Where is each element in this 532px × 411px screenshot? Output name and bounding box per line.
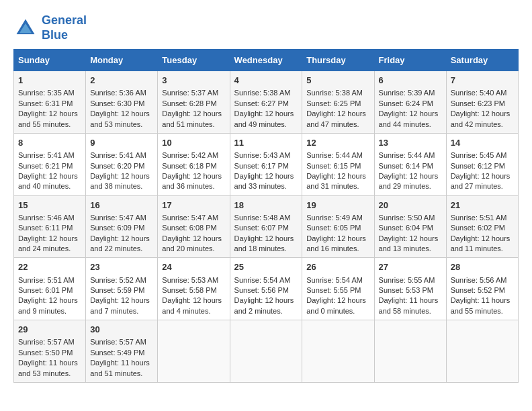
sunrise-text: Sunrise: 5:35 AM	[18, 89, 75, 97]
calendar-cell: 11Sunrise: 5:43 AMSunset: 6:17 PMDayligh…	[230, 133, 302, 195]
day-number: 22	[18, 261, 81, 273]
day-number: 12	[306, 137, 369, 149]
sunset-text: Sunset: 6:09 PM	[90, 224, 144, 232]
calendar-cell: 17Sunrise: 5:47 AMSunset: 6:08 PMDayligh…	[158, 195, 230, 258]
calendar-cell: 15Sunrise: 5:46 AMSunset: 6:11 PMDayligh…	[14, 195, 86, 258]
sunrise-text: Sunrise: 5:46 AM	[18, 214, 75, 222]
day-number: 5	[306, 75, 369, 87]
sunset-text: Sunset: 6:27 PM	[234, 99, 289, 107]
day-number: 15	[18, 199, 81, 212]
sunrise-text: Sunrise: 5:39 AM	[379, 89, 435, 97]
calendar-cell: 12Sunrise: 5:44 AMSunset: 6:15 PMDayligh…	[302, 133, 374, 195]
sunrise-text: Sunrise: 5:57 AM	[18, 338, 75, 346]
sunrise-text: Sunrise: 5:53 AM	[162, 276, 218, 284]
sunrise-text: Sunrise: 5:49 AM	[306, 214, 363, 222]
day-number: 7	[451, 75, 514, 87]
calendar-cell: 10Sunrise: 5:42 AMSunset: 6:18 PMDayligh…	[158, 133, 230, 195]
sunrise-text: Sunrise: 5:37 AM	[162, 89, 218, 97]
daylight-text: Daylight: 12 hours and 16 minutes.	[306, 234, 366, 253]
daylight-text: Daylight: 12 hours and 22 minutes.	[90, 234, 150, 253]
sunset-text: Sunset: 5:53 PM	[379, 286, 433, 294]
sunrise-text: Sunrise: 5:36 AM	[90, 89, 146, 97]
calendar-cell: 8Sunrise: 5:41 AMSunset: 6:21 PMDaylight…	[14, 133, 86, 195]
calendar-cell: 29Sunrise: 5:57 AMSunset: 5:50 PMDayligh…	[14, 320, 86, 383]
sunset-text: Sunset: 6:18 PM	[162, 162, 216, 170]
sunset-text: Sunset: 5:58 PM	[162, 286, 216, 294]
sunrise-text: Sunrise: 5:50 AM	[379, 214, 435, 222]
sunrise-text: Sunrise: 5:51 AM	[18, 276, 75, 284]
page-header: General Blue	[13, 13, 519, 42]
sunset-text: Sunset: 6:15 PM	[306, 162, 361, 170]
day-number: 23	[90, 261, 153, 273]
day-number: 11	[234, 137, 298, 149]
sunrise-text: Sunrise: 5:54 AM	[306, 276, 363, 284]
calendar-cell: 24Sunrise: 5:53 AMSunset: 5:58 PMDayligh…	[158, 258, 230, 320]
daylight-text: Daylight: 11 hours and 51 minutes.	[90, 359, 150, 377]
day-number: 8	[18, 137, 81, 149]
sunrise-text: Sunrise: 5:38 AM	[306, 89, 363, 97]
sunrise-text: Sunrise: 5:45 AM	[451, 151, 507, 159]
sunset-text: Sunset: 5:59 PM	[90, 286, 144, 294]
calendar-week-4: 22Sunrise: 5:51 AMSunset: 6:01 PMDayligh…	[14, 258, 519, 320]
daylight-text: Daylight: 12 hours and 20 minutes.	[162, 234, 222, 253]
calendar-week-2: 8Sunrise: 5:41 AMSunset: 6:21 PMDaylight…	[14, 133, 519, 195]
sunset-text: Sunset: 6:07 PM	[234, 224, 289, 232]
sunrise-text: Sunrise: 5:40 AM	[451, 89, 507, 97]
day-number: 1	[18, 75, 81, 87]
header-monday: Monday	[86, 50, 158, 71]
calendar-cell: 27Sunrise: 5:55 AMSunset: 5:53 PMDayligh…	[374, 258, 446, 320]
daylight-text: Daylight: 12 hours and 11 minutes.	[451, 234, 511, 253]
sunrise-text: Sunrise: 5:41 AM	[18, 151, 75, 159]
header-sunday: Sunday	[14, 50, 86, 71]
day-number: 6	[379, 75, 442, 87]
sunrise-text: Sunrise: 5:42 AM	[162, 151, 218, 159]
calendar-week-1: 1Sunrise: 5:35 AMSunset: 6:31 PMDaylight…	[14, 71, 519, 134]
calendar-cell: 14Sunrise: 5:45 AMSunset: 6:12 PMDayligh…	[446, 133, 518, 195]
day-number: 4	[234, 75, 298, 87]
day-number: 13	[379, 137, 442, 149]
calendar-cell: 4Sunrise: 5:38 AMSunset: 6:27 PMDaylight…	[230, 71, 302, 134]
calendar-cell	[158, 320, 230, 383]
day-number: 30	[90, 324, 153, 336]
daylight-text: Daylight: 12 hours and 55 minutes.	[18, 109, 78, 128]
sunrise-text: Sunrise: 5:57 AM	[90, 338, 146, 346]
day-number: 9	[90, 137, 153, 149]
header-tuesday: Tuesday	[158, 50, 230, 71]
daylight-text: Daylight: 12 hours and 51 minutes.	[162, 109, 222, 128]
calendar-cell: 2Sunrise: 5:36 AMSunset: 6:30 PMDaylight…	[86, 71, 158, 134]
calendar-cell	[446, 320, 518, 383]
sunrise-text: Sunrise: 5:56 AM	[451, 276, 507, 284]
sunset-text: Sunset: 6:05 PM	[306, 224, 361, 232]
logo-icon	[13, 16, 38, 40]
sunset-text: Sunset: 5:50 PM	[18, 349, 73, 357]
calendar-cell: 26Sunrise: 5:54 AMSunset: 5:55 PMDayligh…	[302, 258, 374, 320]
sunrise-text: Sunrise: 5:48 AM	[234, 214, 291, 222]
calendar-cell: 18Sunrise: 5:48 AMSunset: 6:07 PMDayligh…	[230, 195, 302, 258]
sunset-text: Sunset: 6:20 PM	[90, 162, 144, 170]
sunset-text: Sunset: 6:11 PM	[18, 224, 73, 232]
day-number: 20	[379, 199, 442, 212]
daylight-text: Daylight: 12 hours and 42 minutes.	[451, 109, 511, 128]
day-number: 29	[18, 324, 81, 336]
daylight-text: Daylight: 12 hours and 49 minutes.	[234, 109, 294, 128]
daylight-text: Daylight: 12 hours and 38 minutes.	[90, 172, 150, 190]
daylight-text: Daylight: 12 hours and 29 minutes.	[379, 172, 439, 190]
calendar-cell	[302, 320, 374, 383]
header-friday: Friday	[374, 50, 446, 71]
daylight-text: Daylight: 12 hours and 7 minutes.	[90, 296, 150, 314]
sunset-text: Sunset: 6:14 PM	[379, 162, 433, 170]
day-number: 14	[451, 137, 514, 149]
sunrise-text: Sunrise: 5:51 AM	[451, 214, 507, 222]
daylight-text: Daylight: 12 hours and 18 minutes.	[234, 234, 294, 253]
day-number: 28	[451, 261, 514, 273]
sunset-text: Sunset: 6:08 PM	[162, 224, 216, 232]
sunset-text: Sunset: 5:56 PM	[234, 286, 289, 294]
calendar-cell: 16Sunrise: 5:47 AMSunset: 6:09 PMDayligh…	[86, 195, 158, 258]
sunset-text: Sunset: 6:30 PM	[90, 99, 144, 107]
day-number: 26	[306, 261, 369, 273]
sunrise-text: Sunrise: 5:54 AM	[234, 276, 291, 284]
daylight-text: Daylight: 12 hours and 40 minutes.	[18, 172, 78, 190]
daylight-text: Daylight: 12 hours and 24 minutes.	[18, 234, 78, 253]
sunset-text: Sunset: 6:12 PM	[451, 162, 505, 170]
sunset-text: Sunset: 6:31 PM	[18, 99, 73, 107]
